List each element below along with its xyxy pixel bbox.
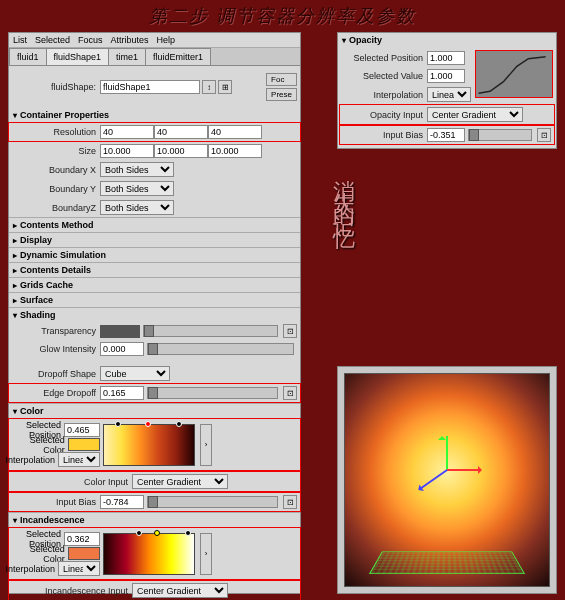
dropoff-select[interactable]: Cube [100,366,170,381]
section-display[interactable]: Display [9,233,300,247]
opacity-panel: Opacity Selected Position Selected Value… [337,32,557,149]
ramp-stop-icon[interactable] [154,530,160,536]
boundaryx-select[interactable]: Both Sides [100,162,174,177]
op-selval[interactable] [427,69,465,83]
section-dynsim[interactable]: Dynamic Simulation [9,248,300,262]
section-gcache[interactable]: Grids Cache [9,278,300,292]
fluidshape-input[interactable] [100,80,200,94]
attribute-editor: List Selected Focus Attributes Help flui… [8,32,301,594]
map-icon[interactable]: ⊡ [283,386,297,400]
interp-label: Interpolation [5,564,55,574]
tab-fluidshape1[interactable]: fluidShape1 [46,48,110,65]
opacity-curve[interactable] [475,50,553,98]
op-selpos[interactable] [427,51,465,65]
transparency-swatch[interactable] [100,325,140,338]
ramp-stop-icon[interactable] [176,421,182,427]
presets-button[interactable]: Prese [266,88,297,101]
nav-up-icon[interactable]: ↕ [202,80,216,94]
focus-button[interactable]: Foc [266,73,297,86]
menu-attributes[interactable]: Attributes [111,35,149,45]
edge-input[interactable] [100,386,144,400]
op-selpos-label: Selected Position [343,53,427,63]
axis-x-icon [447,469,481,471]
edge-label: Edge Dropoff [12,388,100,398]
section-color[interactable]: Color [9,404,300,418]
tabs: fluid1 fluidShape1 time1 fluidEmitter1 [9,48,300,66]
transparency-slider[interactable] [143,325,278,337]
op-selval-label: Selected Value [343,71,427,81]
incan-ramp[interactable] [103,533,195,575]
section-cdet[interactable]: Contents Details [9,263,300,277]
ramp-stop-icon[interactable] [185,530,191,536]
fluidshape-label: fluidShape: [12,82,100,92]
map-icon[interactable]: ⊡ [283,324,297,338]
axis-z-icon [419,470,448,491]
size-x[interactable] [100,144,154,158]
ramp-expand-icon[interactable]: › [200,424,212,466]
boundaryz-select[interactable]: Both Sides [100,200,174,215]
boundaryy-label: Boundary Y [12,184,100,194]
color-ramp[interactable] [103,424,195,466]
menu-focus[interactable]: Focus [78,35,103,45]
op-bias-slider[interactable] [468,129,532,141]
section-opacity[interactable]: Opacity [338,33,556,47]
size-label: Size [12,146,100,156]
menu-help[interactable]: Help [157,35,176,45]
resolution-z[interactable] [208,125,262,139]
op-input-select[interactable]: Center Gradient [427,107,523,122]
boundaryx-label: Boundary X [12,165,100,175]
glow-input[interactable] [100,342,144,356]
resolution-x[interactable] [100,125,154,139]
glow-label: Glow Intensity [12,344,100,354]
size-z[interactable] [208,144,262,158]
op-bias-label: Input Bias [343,130,427,140]
resolution-label: Resolution [12,127,100,137]
tab-fluidemitter1[interactable]: fluidEmitter1 [145,48,211,65]
section-shading[interactable]: Shading [9,308,300,322]
ramp-stop-icon[interactable] [145,421,151,427]
incaninput-select[interactable]: Center Gradient [132,583,228,598]
ramp-stop-icon[interactable] [115,421,121,427]
page-title: 第二步 调节容器分辨率及参数 [0,4,565,28]
inputbias-label: Input Bias [12,497,100,507]
color-interp[interactable]: Linear [58,452,100,467]
color-swatch[interactable] [68,438,100,451]
section-surface[interactable]: Surface [9,293,300,307]
color-selpos[interactable] [64,423,100,437]
edge-slider[interactable] [147,387,278,399]
menu-bar: List Selected Focus Attributes Help [9,33,300,48]
selcol-label: Selected Color [12,544,65,564]
color-bias-slider[interactable] [147,496,278,508]
menu-selected[interactable]: Selected [35,35,70,45]
incan-selpos[interactable] [64,532,100,546]
interp-label: Interpolation [5,455,55,465]
incan-interp[interactable]: Linear [58,561,100,576]
color-bias[interactable] [100,495,144,509]
boundaryy-select[interactable]: Both Sides [100,181,174,196]
op-bias[interactable] [427,128,465,142]
section-contents[interactable]: Contents Method [9,218,300,232]
grid-floor [369,552,525,574]
section-container[interactable]: Container Properties [9,108,300,122]
dropoff-label: Dropoff Shape [12,369,100,379]
ramp-expand-icon[interactable]: › [200,533,212,575]
tab-fluid1[interactable]: fluid1 [9,48,47,65]
colorinput-select[interactable]: Center Gradient [132,474,228,489]
tab-time1[interactable]: time1 [108,48,146,65]
op-interp-label: Interpolation [343,90,427,100]
incan-swatch[interactable] [68,547,100,560]
ramp-stop-icon[interactable] [136,530,142,536]
nav-down-icon[interactable]: ⊞ [218,80,232,94]
resolution-y[interactable] [154,125,208,139]
op-interp[interactable]: Linear [427,87,471,102]
viewport[interactable] [344,373,550,587]
map-icon[interactable]: ⊡ [537,128,551,142]
size-y[interactable] [154,144,208,158]
axis-y-icon [446,436,448,470]
menu-list[interactable]: List [13,35,27,45]
transparency-label: Transparency [12,326,100,336]
map-icon[interactable]: ⊡ [283,495,297,509]
section-incan[interactable]: Incandescence [9,513,300,527]
glow-slider[interactable] [147,343,294,355]
selcol-label: Selected Color [12,435,65,455]
